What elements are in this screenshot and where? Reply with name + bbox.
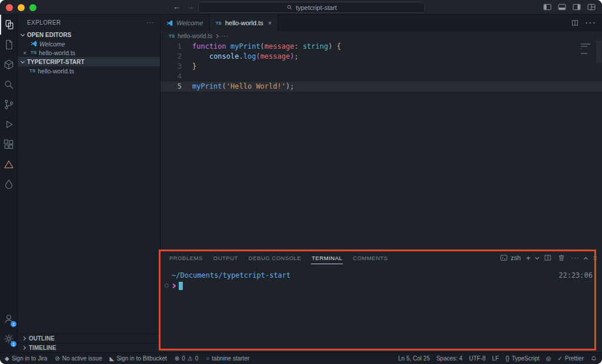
- code-line: 3}: [160, 62, 602, 72]
- problems-icon: ⊗: [175, 355, 179, 362]
- command-decoration-icon: [165, 284, 169, 288]
- accounts-icon[interactable]: 1: [0, 309, 17, 329]
- more-actions-icon[interactable]: ···: [585, 18, 596, 28]
- active-issue-icon: ⊘: [55, 355, 59, 362]
- code-text: console.log(message);: [192, 52, 299, 62]
- open-editor-item[interactable]: ×TShello-world.ts: [18, 48, 160, 57]
- code-line: 5myPrint('Hello World!');: [160, 82, 602, 92]
- panel-tab-comments[interactable]: COMMENTS: [352, 251, 388, 264]
- nav-back-icon[interactable]: ←: [173, 2, 180, 11]
- code-text: function myPrint(message: string) {: [192, 42, 341, 52]
- statusbar-item-indentation[interactable]: Spaces: 4: [436, 355, 462, 362]
- code-text: }: [192, 62, 196, 72]
- file-tree-item[interactable]: TShello-world.ts: [18, 66, 160, 75]
- statusbar-item-active-issue[interactable]: ⊘No active issue: [55, 355, 102, 362]
- minimize-window-button[interactable]: [18, 4, 25, 11]
- search-icon[interactable]: [0, 75, 17, 95]
- typescript-file-icon: TS: [216, 21, 222, 26]
- drop-extension-icon[interactable]: [0, 174, 17, 194]
- kill-terminal-trash-icon[interactable]: [557, 254, 566, 262]
- split-terminal-icon[interactable]: [544, 254, 552, 262]
- nav-forward-icon[interactable]: →: [186, 2, 194, 11]
- tabnine-icon: ○: [206, 355, 209, 362]
- extensions-icon[interactable]: [0, 134, 17, 154]
- minimap[interactable]: [581, 43, 593, 55]
- statusbar-item-language-mode[interactable]: {}TypeScript: [506, 355, 540, 362]
- editor-tab-hello-world.ts[interactable]: TShello-world.ts×: [210, 15, 278, 31]
- activity-bar: 1 1: [0, 15, 18, 352]
- open-editors-section-header[interactable]: OPEN EDITORS: [18, 30, 160, 39]
- statusbar-item-notifications[interactable]: [590, 355, 597, 362]
- workspace-section-header[interactable]: TYPETCRIPT-START: [18, 57, 160, 66]
- outline-section-header[interactable]: OUTLINE: [18, 333, 160, 343]
- triangle-extension-icon[interactable]: [0, 154, 17, 174]
- timeline-section-header[interactable]: TIMELINE: [18, 343, 160, 352]
- close-window-button[interactable]: [6, 4, 13, 11]
- terminal-cursor: [179, 282, 183, 290]
- toggle-sidebar-icon[interactable]: [543, 2, 552, 12]
- editor-tab-bar: WelcomeTShello-world.ts× ···: [160, 15, 602, 31]
- chevron-down-icon[interactable]: [535, 255, 539, 259]
- terminal-output[interactable]: ~/Documents/typetcript-start 22:23:06: [160, 265, 602, 352]
- source-control-icon[interactable]: [0, 95, 17, 114]
- settings-gear-icon[interactable]: 1: [0, 329, 17, 349]
- customize-layout-icon[interactable]: [587, 2, 596, 12]
- panel-tab-problems[interactable]: PROBLEMS: [169, 251, 203, 264]
- statusbar-item-prettier[interactable]: ✓Prettier: [557, 355, 584, 362]
- statusbar-item-cursor-position[interactable]: Ln 5, Col 25: [398, 355, 430, 362]
- close-icon[interactable]: ×: [268, 19, 272, 26]
- language-mode-icon: {}: [506, 355, 510, 362]
- more-actions-icon[interactable]: ···: [146, 19, 154, 26]
- open-editor-label: hello-world.ts: [39, 49, 75, 56]
- warning-icon: ⚠: [188, 355, 193, 362]
- accounts-badge: 1: [11, 321, 16, 327]
- code-line: 4: [160, 72, 602, 82]
- terminal-timestamp: 22:23:06: [558, 271, 593, 279]
- maximize-panel-icon[interactable]: [584, 257, 588, 261]
- workspace-file-list: TShello-world.ts: [18, 66, 160, 75]
- settings-badge: 1: [11, 341, 16, 347]
- statusbar-item-bitbucket-signin[interactable]: ◣Sign in to Bitbucket: [110, 355, 167, 362]
- split-editor-icon[interactable]: [571, 19, 579, 27]
- explorer-icon[interactable]: [0, 15, 17, 35]
- more-actions-icon[interactable]: ···: [571, 254, 579, 261]
- code-editor[interactable]: 1function myPrint(message: string) {2 co…: [160, 41, 602, 250]
- breadcrumb[interactable]: TS hello-world.ts ···: [160, 31, 602, 41]
- open-editor-label: Welcome: [39, 41, 65, 48]
- close-panel-icon[interactable]: ×: [593, 254, 597, 262]
- panel-tab-output[interactable]: OUTPUT: [213, 251, 239, 264]
- statusbar-item-status-extension[interactable]: ◎: [546, 355, 551, 362]
- terminal-profile-select[interactable]: zsh: [500, 254, 521, 262]
- status-bar: ◆Sign in to Jira⊘No active issue◣Sign in…: [0, 352, 602, 364]
- typescript-file-icon: TS: [31, 50, 36, 55]
- code-line: 1function myPrint(message: string) {: [160, 42, 602, 52]
- statusbar-item-eol[interactable]: LF: [492, 355, 499, 362]
- panel-tab-debug-console[interactable]: DEBUG CONSOLE: [248, 251, 302, 264]
- statusbar-item-jira-signin[interactable]: ◆Sign in to Jira: [5, 355, 47, 362]
- package-icon[interactable]: [0, 55, 17, 75]
- close-icon[interactable]: ×: [21, 49, 28, 56]
- terminal-cwd: ~/Documents/typetcript-start: [172, 271, 290, 279]
- zoom-window-button[interactable]: [29, 4, 36, 11]
- toggle-panel-icon[interactable]: [557, 2, 567, 12]
- vscode-logo-icon: [31, 41, 37, 47]
- chevron-right-icon: [215, 33, 219, 38]
- statusbar-item-tabnine[interactable]: ○tabnine starter: [206, 355, 249, 362]
- prettier-icon: ✓: [557, 355, 562, 362]
- explorer-sidebar: EXPLORER ··· OPEN EDITORS Welcome×TShell…: [18, 15, 160, 352]
- run-debug-icon[interactable]: [0, 114, 17, 134]
- command-center-search[interactable]: typetcript-start: [198, 2, 425, 13]
- editor-scrollbar[interactable]: [596, 41, 601, 63]
- panel-tab-terminal[interactable]: TERMINAL: [311, 251, 343, 264]
- editor-tab-Welcome[interactable]: Welcome: [160, 15, 210, 31]
- typescript-file-icon: TS: [29, 68, 35, 73]
- statusbar-item-encoding[interactable]: UTF-8: [469, 355, 486, 362]
- toggle-secondary-sidebar-icon[interactable]: [572, 2, 581, 12]
- editor-group: WelcomeTShello-world.ts× ··· TS hello-wo…: [160, 15, 602, 352]
- open-editor-item[interactable]: Welcome: [18, 39, 160, 48]
- traffic-lights: [6, 4, 36, 11]
- new-file-icon[interactable]: [0, 35, 17, 55]
- prompt-chevron-icon: [171, 283, 176, 288]
- new-terminal-icon[interactable]: +: [526, 254, 531, 262]
- statusbar-item-problems[interactable]: ⊗0⚠0: [175, 355, 198, 362]
